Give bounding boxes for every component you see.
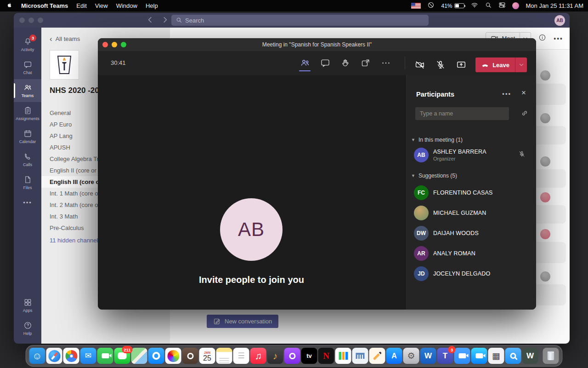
participant-role: Organizer bbox=[433, 156, 486, 161]
suggestion-row[interactable]: MG MICHAEL GUZMAN bbox=[410, 204, 532, 222]
menubar-app-name[interactable]: Microsoft Teams bbox=[21, 2, 68, 9]
dock-trash[interactable] bbox=[543, 348, 559, 364]
leave-options-button[interactable] bbox=[515, 58, 527, 72]
in-meeting-section-header[interactable]: ▼ In this meeting (1) bbox=[411, 137, 463, 143]
rail-more-button[interactable]: ••• bbox=[14, 194, 41, 211]
dock-podcasts[interactable] bbox=[284, 348, 300, 364]
apple-menu[interactable] bbox=[6, 1, 13, 10]
participant-name: ANALY ROMAN bbox=[433, 250, 475, 257]
dock-word[interactable]: W bbox=[420, 348, 436, 364]
copy-join-link-icon[interactable] bbox=[520, 109, 529, 119]
participants-panel: Participants ••• × ▼ In this meeting (1)… bbox=[405, 75, 536, 310]
back-button[interactable] bbox=[146, 16, 154, 26]
sidebar-item-chat[interactable]: Chat bbox=[14, 56, 41, 79]
netflix-icon: N bbox=[323, 351, 329, 361]
menubar-clock[interactable]: Mon Jan 25 11:31 AM bbox=[526, 2, 583, 9]
show-chat-button[interactable] bbox=[319, 54, 331, 72]
menu-edit[interactable]: Edit bbox=[76, 2, 86, 9]
dock-messages[interactable]: 211 bbox=[114, 348, 130, 364]
dock-reminders[interactable]: ☰ bbox=[233, 348, 249, 364]
dock-teams[interactable]: T3 bbox=[437, 348, 453, 364]
suggestion-row[interactable]: AR ANALY ROMAN bbox=[410, 244, 532, 263]
more-actions-button[interactable] bbox=[379, 54, 392, 72]
close-window-button[interactable] bbox=[19, 17, 25, 23]
dock-calendar[interactable]: JAN25 bbox=[199, 348, 215, 364]
dock-calculator[interactable]: ▦ bbox=[488, 348, 504, 364]
dock-photo-booth[interactable] bbox=[182, 348, 198, 364]
minimize-window-button[interactable] bbox=[112, 42, 117, 47]
raise-hand-button[interactable] bbox=[339, 54, 351, 72]
battery-indicator[interactable]: 41% bbox=[441, 3, 464, 9]
sidebar-item-calls[interactable]: Calls bbox=[14, 148, 41, 171]
dock-bank-app[interactable] bbox=[352, 348, 368, 364]
sidebar-item-files[interactable]: Files bbox=[14, 171, 41, 194]
menu-window[interactable]: Window bbox=[116, 2, 137, 9]
profile-avatar[interactable]: AB bbox=[554, 15, 565, 26]
magnifier-icon bbox=[510, 353, 516, 359]
participants-more-button[interactable]: ••• bbox=[502, 91, 511, 98]
suggestion-row[interactable]: FC FLORENTINO CASAS bbox=[410, 184, 532, 202]
spotlight-search-icon[interactable] bbox=[485, 1, 492, 10]
dock-word-dark[interactable]: W bbox=[522, 348, 538, 364]
suggestions-section-header[interactable]: ▼ Suggestions (5) bbox=[411, 172, 457, 179]
dock-facetime[interactable] bbox=[97, 348, 113, 364]
mic-toggle-button[interactable] bbox=[434, 56, 447, 74]
video-camera-icon bbox=[475, 353, 483, 358]
leave-button[interactable]: Leave bbox=[475, 58, 527, 72]
dock-system-preferences[interactable]: ⚙ bbox=[403, 348, 419, 364]
dock-photos[interactable] bbox=[165, 348, 181, 364]
zoom-window-button[interactable] bbox=[38, 17, 43, 23]
suggestion-row[interactable]: JD JOCELYN DELGADO bbox=[410, 264, 532, 283]
wifi-icon[interactable] bbox=[471, 1, 478, 10]
new-conversation-button[interactable]: New conversation bbox=[207, 315, 278, 328]
sidebar-item-teams[interactable]: Teams bbox=[14, 79, 41, 102]
menubar-extra-icon[interactable] bbox=[512, 2, 519, 9]
dock-netflix[interactable]: N bbox=[318, 348, 334, 364]
dock-app-store[interactable]: A bbox=[386, 348, 402, 364]
dock-pencil-app[interactable] bbox=[369, 348, 385, 364]
sidebar-item-calendar[interactable]: Calendar bbox=[14, 125, 41, 148]
camera-toggle-button[interactable] bbox=[413, 56, 426, 74]
share-screen-button[interactable] bbox=[455, 56, 467, 74]
dock-mail[interactable]: ✉ bbox=[80, 348, 96, 364]
rail-label: Apps bbox=[23, 308, 33, 313]
participant-row-organizer[interactable]: AB ASHLEY BARRERA Organizer bbox=[410, 146, 532, 164]
minimize-window-button[interactable] bbox=[28, 17, 34, 23]
input-source-flag-icon[interactable] bbox=[411, 3, 421, 9]
channel-more-options[interactable]: ••• bbox=[554, 35, 563, 42]
dock-chrome[interactable] bbox=[63, 348, 79, 364]
dock-zoom[interactable] bbox=[454, 348, 470, 364]
channel-info-icon[interactable] bbox=[538, 34, 546, 43]
dock-music[interactable]: ♫ bbox=[250, 348, 266, 364]
breakout-rooms-button[interactable] bbox=[359, 54, 372, 72]
menu-view[interactable]: View bbox=[95, 2, 108, 9]
close-panel-icon[interactable]: × bbox=[521, 88, 526, 98]
dock-numbers[interactable] bbox=[335, 348, 351, 364]
show-participants-button[interactable] bbox=[299, 54, 311, 72]
dock-find-my[interactable] bbox=[148, 348, 164, 364]
dock-video-app[interactable] bbox=[471, 348, 487, 364]
dock-finder[interactable]: ☺ bbox=[29, 348, 45, 364]
sidebar-item-apps[interactable]: Apps bbox=[14, 294, 41, 317]
forward-button[interactable] bbox=[161, 16, 169, 26]
do-not-disturb-icon[interactable] bbox=[427, 1, 435, 10]
sidebar-item-assignments[interactable]: Assignments bbox=[14, 102, 41, 125]
dock-maps[interactable] bbox=[131, 348, 147, 364]
teams-search-input[interactable] bbox=[171, 15, 429, 26]
avatar: JD bbox=[414, 266, 429, 281]
dock-notes[interactable] bbox=[216, 348, 232, 364]
dock-apple-tv[interactable]: tv bbox=[301, 348, 317, 364]
dock-safari[interactable] bbox=[46, 348, 62, 364]
sidebar-item-activity[interactable]: Activity 3 bbox=[14, 33, 41, 56]
zoom-window-button[interactable] bbox=[121, 42, 126, 47]
dock-search-app[interactable] bbox=[505, 348, 521, 364]
facetime-camera-icon bbox=[102, 353, 109, 358]
menu-help[interactable]: Help bbox=[146, 2, 158, 9]
close-window-button[interactable] bbox=[102, 42, 108, 47]
control-center-icon[interactable] bbox=[498, 1, 506, 10]
message-avatar bbox=[540, 156, 550, 167]
invite-someone-input[interactable] bbox=[415, 107, 509, 120]
sidebar-item-help[interactable]: Help bbox=[14, 317, 41, 340]
suggestion-row[interactable]: DW DAIJAH WOODS bbox=[410, 224, 532, 242]
dock-garageband[interactable]: ♪ bbox=[267, 348, 283, 364]
